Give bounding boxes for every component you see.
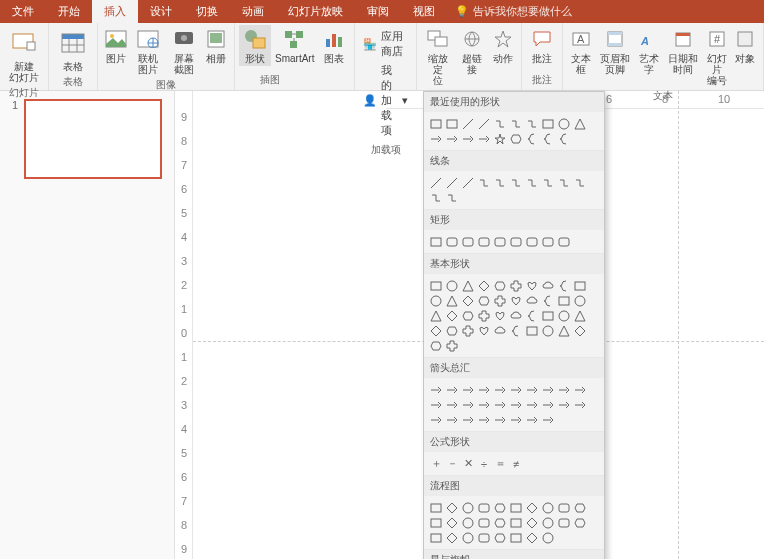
shape-item[interactable] <box>508 382 524 397</box>
shape-item[interactable] <box>428 308 444 323</box>
shape-item[interactable] <box>460 382 476 397</box>
shape-item[interactable] <box>460 175 476 190</box>
shape-item[interactable] <box>444 234 460 249</box>
shape-item[interactable] <box>460 116 476 131</box>
shape-item[interactable] <box>476 278 492 293</box>
shape-item[interactable] <box>444 515 460 530</box>
shape-item[interactable] <box>476 234 492 249</box>
shape-item[interactable] <box>572 278 588 293</box>
textbox-button[interactable]: A文本框 <box>567 25 595 77</box>
shape-item[interactable] <box>508 530 524 545</box>
shapes-button[interactable]: 形状 <box>239 25 271 66</box>
shape-item[interactable] <box>428 293 444 308</box>
screenshot-button[interactable]: 屏幕截图 <box>166 25 202 77</box>
shape-item[interactable] <box>444 323 460 338</box>
shape-item[interactable] <box>556 308 572 323</box>
shape-item[interactable] <box>428 131 444 146</box>
shape-item[interactable] <box>460 131 476 146</box>
shape-item[interactable] <box>540 116 556 131</box>
shape-item[interactable] <box>492 515 508 530</box>
shape-item[interactable] <box>556 323 572 338</box>
shape-item[interactable] <box>492 382 508 397</box>
shape-item[interactable] <box>492 530 508 545</box>
shape-item[interactable] <box>508 308 524 323</box>
shape-item[interactable] <box>508 323 524 338</box>
shape-item[interactable] <box>556 116 572 131</box>
shape-item[interactable] <box>524 308 540 323</box>
shape-item[interactable] <box>428 338 444 353</box>
shape-item[interactable] <box>572 308 588 323</box>
shape-item[interactable] <box>428 530 444 545</box>
tab-review[interactable]: 审阅 <box>355 0 401 23</box>
shape-item[interactable] <box>476 308 492 323</box>
shape-item[interactable] <box>540 175 556 190</box>
shape-item[interactable] <box>444 175 460 190</box>
shape-item[interactable]: ÷ <box>476 456 492 471</box>
shape-item[interactable]: ＝ <box>492 456 508 471</box>
shape-item[interactable] <box>492 131 508 146</box>
shape-item[interactable] <box>556 500 572 515</box>
shape-item[interactable] <box>556 293 572 308</box>
shape-item[interactable] <box>508 500 524 515</box>
store-button[interactable]: 🏪应用商店 <box>363 29 408 59</box>
shape-item[interactable] <box>524 323 540 338</box>
shape-item[interactable] <box>508 397 524 412</box>
shape-item[interactable] <box>556 382 572 397</box>
shape-item[interactable] <box>524 412 540 427</box>
shape-item[interactable] <box>460 397 476 412</box>
tab-anim[interactable]: 动画 <box>230 0 276 23</box>
table-button[interactable]: 表格 <box>53 25 93 74</box>
tab-transition[interactable]: 切换 <box>184 0 230 23</box>
shape-item[interactable] <box>492 397 508 412</box>
shape-item[interactable] <box>476 131 492 146</box>
shape-item[interactable] <box>508 515 524 530</box>
shape-item[interactable]: ✕ <box>460 456 476 471</box>
shape-item[interactable] <box>476 323 492 338</box>
shape-item[interactable] <box>476 412 492 427</box>
shape-item[interactable] <box>428 500 444 515</box>
shape-item[interactable] <box>460 234 476 249</box>
shape-item[interactable] <box>540 293 556 308</box>
shape-item[interactable] <box>540 500 556 515</box>
shape-item[interactable] <box>572 323 588 338</box>
comment-button[interactable]: 批注 <box>526 25 558 66</box>
shape-item[interactable] <box>492 175 508 190</box>
shape-item[interactable] <box>492 412 508 427</box>
shape-item[interactable] <box>444 190 460 205</box>
shape-item[interactable] <box>476 293 492 308</box>
datetime-button[interactable]: 日期和时间 <box>663 25 703 77</box>
shape-item[interactable] <box>444 116 460 131</box>
shape-item[interactable] <box>556 397 572 412</box>
shape-item[interactable] <box>540 397 556 412</box>
shape-item[interactable]: ≠ <box>508 456 524 471</box>
myaddins-button[interactable]: 👤我的加载项▾ <box>363 63 408 138</box>
album-button[interactable]: 相册 <box>202 25 230 66</box>
shape-item[interactable] <box>492 234 508 249</box>
shape-item[interactable] <box>492 323 508 338</box>
shape-item[interactable] <box>460 323 476 338</box>
shape-item[interactable] <box>492 293 508 308</box>
shape-item[interactable] <box>572 116 588 131</box>
shape-item[interactable] <box>428 397 444 412</box>
action-button[interactable]: 动作 <box>488 25 517 66</box>
tab-insert[interactable]: 插入 <box>92 0 138 23</box>
new-slide-button[interactable]: 新建 幻灯片 <box>4 25 44 85</box>
shape-item[interactable]: ＋ <box>428 456 444 471</box>
shape-item[interactable] <box>524 397 540 412</box>
object-button[interactable]: 对象 <box>731 25 759 66</box>
smartart-button[interactable]: SmartArt <box>271 25 318 66</box>
shape-item[interactable] <box>508 293 524 308</box>
shape-item[interactable] <box>524 515 540 530</box>
shape-item[interactable] <box>444 338 460 353</box>
shape-item[interactable] <box>444 397 460 412</box>
shape-item[interactable] <box>572 175 588 190</box>
shape-item[interactable] <box>540 530 556 545</box>
shape-item[interactable] <box>444 308 460 323</box>
tab-design[interactable]: 设计 <box>138 0 184 23</box>
shape-item[interactable] <box>460 293 476 308</box>
slidenum-button[interactable]: #幻灯片 编号 <box>703 25 731 88</box>
chart-button[interactable]: 图表 <box>318 25 350 66</box>
shape-item[interactable] <box>492 278 508 293</box>
shape-item[interactable] <box>476 500 492 515</box>
shape-item[interactable] <box>428 412 444 427</box>
